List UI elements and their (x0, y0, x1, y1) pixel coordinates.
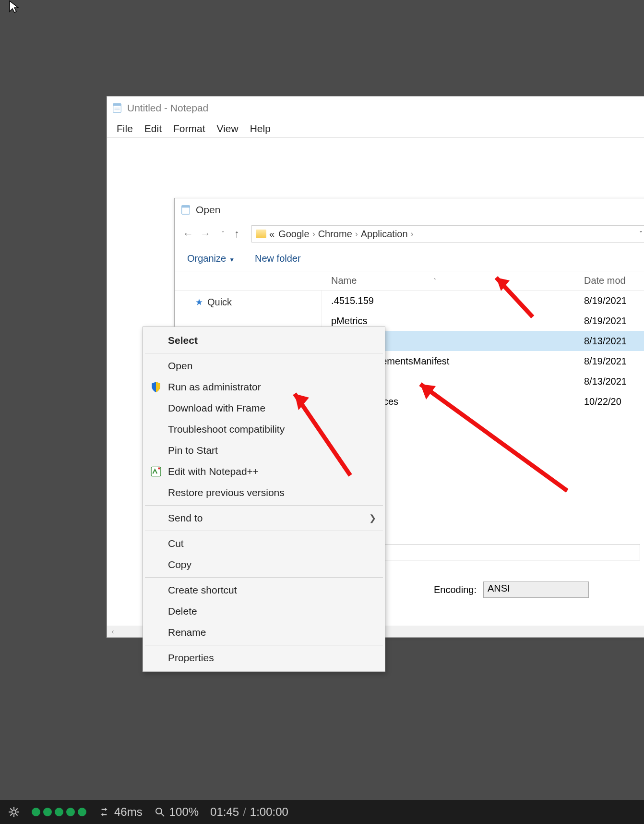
breadcrumb-part[interactable]: Google (274, 229, 310, 240)
retweet-icon (98, 806, 110, 818)
context-menu-label: Edit with Notepad++ (168, 466, 259, 477)
svg-line-22 (16, 808, 17, 810)
file-name: .4515.159 (331, 295, 584, 306)
chevron-right-icon[interactable]: › (408, 229, 417, 239)
context-menu-item[interactable]: Cut (144, 533, 384, 554)
open-dialog-toolbar: Organize▼ New folder (175, 246, 644, 271)
file-date: 8/19/2021 (584, 356, 644, 367)
notepad-titlebar[interactable]: Untitled - Notepad (107, 97, 644, 120)
column-date-header[interactable]: Date mod (584, 275, 644, 286)
time-indicator: 01:45 / 1:00:00 (210, 805, 288, 819)
breadcrumb[interactable]: « Google › Chrome › Application › ˅ (251, 225, 644, 242)
menu-format[interactable]: Format (167, 123, 211, 134)
gear-icon[interactable] (8, 806, 20, 818)
chevron-right-icon: ❯ (369, 513, 376, 523)
notepad-plus-plus-icon (150, 465, 162, 478)
new-folder-button[interactable]: New folder (255, 253, 301, 264)
context-menu-item[interactable]: Send to❯ (144, 508, 384, 529)
open-dialog-navrow: ← → ˅ ↑ « Google › Chrome › Application … (175, 221, 644, 246)
annotation-arrow (485, 269, 542, 322)
context-menu-item[interactable]: Properties (144, 647, 384, 668)
notepad-menubar: File Edit Format View Help (107, 120, 644, 138)
notepad-title: Untitled - Notepad (127, 102, 208, 114)
context-menu-separator (145, 505, 383, 506)
nav-up-icon[interactable]: ↑ (234, 228, 246, 240)
annotation-arrow (283, 384, 360, 480)
open-dialog-title: Open (196, 204, 220, 216)
file-date: 8/13/2021 (584, 336, 644, 347)
svg-line-20 (16, 814, 17, 815)
nav-forward-icon[interactable]: → (200, 228, 211, 240)
context-menu-separator (145, 577, 383, 578)
zoom-indicator[interactable]: 100% (154, 805, 199, 819)
latency-indicator: 46ms (98, 805, 143, 819)
tree-item-quick-access[interactable]: Quick (195, 295, 321, 309)
file-date: 8/19/2021 (584, 315, 644, 327)
context-menu-label: Restore previous versions (168, 487, 285, 498)
svg-point-23 (156, 808, 162, 814)
context-menu-label: Download with Frame (168, 402, 265, 414)
file-row[interactable]: .4515.1598/19/2021 (322, 291, 644, 311)
context-menu-label: Select (168, 335, 198, 346)
context-menu-label: Create shortcut (168, 584, 237, 596)
context-menu-label: Open (168, 360, 192, 372)
menu-view[interactable]: View (211, 123, 244, 134)
svg-rect-5 (182, 206, 190, 208)
context-menu-item[interactable]: Restore previous versions (144, 482, 384, 503)
context-menu-item[interactable]: Delete (144, 601, 384, 622)
context-menu-label: Cut (168, 538, 184, 549)
file-list-header: Name ˄ Date mod (175, 271, 644, 291)
open-dialog-titlebar[interactable]: Open (175, 198, 644, 221)
svg-point-7 (158, 467, 160, 469)
context-menu-item[interactable]: Copy (144, 554, 384, 575)
svg-line-10 (295, 394, 350, 475)
page-statusbar: 46ms 100% 01:45 / 1:00:00 (0, 800, 644, 824)
mouse-cursor-icon (9, 0, 20, 13)
context-menu-item[interactable]: Select (144, 330, 384, 351)
context-menu-label: Send to (168, 512, 203, 524)
chevron-down-icon: ▼ (226, 256, 235, 263)
nav-back-icon[interactable]: ← (182, 228, 194, 240)
chevron-right-icon[interactable]: › (310, 229, 318, 239)
context-menu-item[interactable]: Create shortcut (144, 580, 384, 601)
tree-item-label: Quick (207, 297, 232, 308)
connection-dots (32, 808, 86, 816)
context-menu-label: Rename (168, 627, 206, 638)
sort-asc-icon[interactable]: ˄ (433, 278, 436, 284)
notepad-icon (180, 205, 191, 215)
context-menu-label: Delete (168, 606, 197, 617)
encoding-label: Encoding: (434, 584, 477, 595)
annotation-arrow (409, 376, 572, 496)
nav-recent-dropdown-icon[interactable]: ˅ (217, 230, 228, 238)
column-name-header[interactable]: Name (331, 275, 357, 286)
file-date: 10/22/20 (584, 396, 644, 407)
context-menu-label: Copy (168, 559, 191, 570)
context-menu-item[interactable]: Open (144, 355, 384, 376)
context-menu-label: Properties (168, 652, 214, 664)
breadcrumb-part[interactable]: Application (361, 229, 408, 240)
quick-access-icon (195, 298, 203, 307)
breadcrumb-part[interactable]: Chrome (318, 229, 352, 240)
scroll-left-icon[interactable]: ‹ (108, 628, 118, 636)
svg-line-12 (420, 384, 567, 491)
menu-edit[interactable]: Edit (139, 123, 167, 134)
file-date: 8/19/2021 (584, 295, 644, 306)
context-menu-label: Troubleshoot compatibility (168, 424, 285, 435)
context-menu-label: Run as administrator (168, 381, 261, 393)
notepad-icon (112, 103, 122, 113)
file-name: pMetrics (331, 315, 584, 327)
context-menu-separator (145, 353, 383, 353)
svg-line-19 (10, 808, 12, 810)
svg-line-21 (10, 814, 12, 815)
menu-file[interactable]: File (111, 123, 139, 134)
context-menu-item[interactable]: Rename (144, 622, 384, 643)
file-date: 8/13/2021 (584, 376, 644, 387)
menu-help[interactable]: Help (244, 123, 276, 134)
encoding-combobox[interactable]: ANSI (483, 582, 589, 598)
chevron-right-icon[interactable]: › (352, 229, 361, 239)
folder-icon (256, 230, 266, 238)
context-menu-separator (145, 645, 383, 645)
breadcrumb-overflow[interactable]: « (269, 229, 274, 240)
breadcrumb-dropdown-icon[interactable]: ˅ (639, 230, 643, 238)
organize-button[interactable]: Organize▼ (187, 253, 235, 264)
